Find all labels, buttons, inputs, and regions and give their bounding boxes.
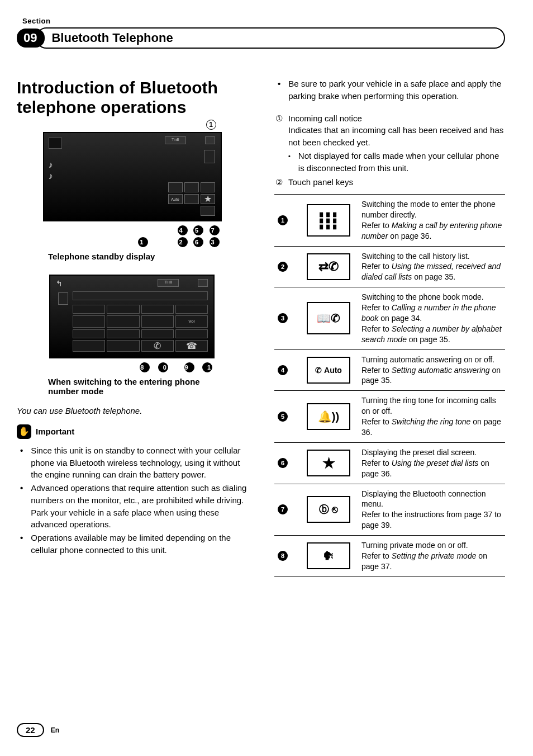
callout-bk-2: 2	[178, 237, 188, 247]
row-number-badge: 3	[278, 313, 288, 323]
main-heading: Introduction of Bluetooth telephone oper…	[17, 78, 248, 117]
row-number-badge: 4	[278, 365, 288, 375]
row-icon-cell: 📖✆	[298, 287, 359, 349]
touch-keys-table: 1∎∎∎∎∎∎∎∎∎Switching the mode to enter th…	[274, 194, 505, 577]
auto-icon: ✆Auto	[307, 357, 350, 384]
row-description: Turning the ring tone for incoming calls…	[359, 391, 505, 442]
callout-bk-9: 9	[184, 362, 194, 372]
private-icon: 🗣	[307, 542, 350, 569]
circled-title: Touch panel keys	[288, 176, 353, 188]
row-number-cell: 4	[274, 350, 298, 391]
row-number-cell: 5	[274, 391, 298, 442]
row-number-cell: 8	[274, 536, 298, 577]
star-icon: ★	[307, 450, 350, 476]
table-row: 8🗣Turning private mode on or off.Refer t…	[274, 535, 505, 577]
row-number-cell: 3	[274, 287, 298, 349]
bullet-item: Operations available may be limited depe…	[17, 532, 248, 556]
chapter-title: Bluetooth Telephone	[36, 27, 505, 49]
right-top-bullet: Be sure to park your vehicle in a safe p…	[274, 78, 505, 102]
row-number-badge: 7	[278, 504, 288, 514]
important-icon: ✋	[17, 424, 31, 439]
row-description: Turning private mode on or off.Refer to …	[359, 536, 505, 577]
row-icon-cell: 🗣	[298, 536, 359, 577]
row-description: Displaying the Bluetooth connection menu…	[359, 484, 505, 536]
important-bullets: Since this unit is on standby to connect…	[17, 445, 248, 556]
btmenu-icon: ⓑ ⎋	[307, 496, 350, 523]
table-row: 2⇄✆Switching to the call history list.Re…	[274, 246, 505, 287]
bullet-item: Not displayed for calls made when your c…	[288, 150, 505, 174]
row-description: Switching the mode to enter the phone nu…	[359, 195, 505, 246]
callout-bk-11: 11	[202, 362, 212, 372]
circled-marker-1: ①	[275, 112, 283, 176]
row-icon-cell: ∎∎∎∎∎∎∎∎∎	[298, 195, 359, 246]
table-row: 7ⓑ ⎋Displaying the Bluetooth connection …	[274, 484, 505, 536]
circled-marker-2: ②	[275, 176, 283, 188]
row-description: Displaying the preset dial screen.Refer …	[359, 443, 505, 484]
row-description: Switching to the call history list.Refer…	[359, 247, 505, 287]
chapter-header: 09 Bluetooth Telephone	[17, 27, 505, 49]
screen-mock-2: ↰ Tııll Vol ✆☎	[49, 275, 215, 358]
row-description: Turning automatic answering on or off.Re…	[359, 350, 505, 391]
ringtone-icon: 🔔))	[307, 403, 350, 430]
keypad-icon: ∎∎∎∎∎∎∎∎∎	[307, 204, 350, 237]
right-column: Be sure to park your vehicle in a safe p…	[274, 78, 505, 577]
row-number-badge: 6	[278, 458, 288, 468]
row-icon-cell: 🔔))	[298, 391, 359, 442]
row-number-badge: 1	[278, 215, 288, 225]
screen-mock-1: ♪ ♪ Tııll Auto	[43, 132, 222, 221]
table-row: 6★Displaying the preset dial screen.Refe…	[274, 442, 505, 484]
row-number-badge: 2	[278, 262, 288, 272]
callout-bk-4: 4	[178, 225, 188, 235]
row-number-badge: 5	[278, 412, 288, 422]
callout-bk-8: 8	[140, 362, 150, 372]
bullet-item: Be sure to park your vehicle in a safe p…	[274, 78, 505, 102]
callout-bk-1: 1	[138, 237, 148, 247]
history-icon: ⇄✆	[307, 253, 350, 280]
row-number-cell: 1	[274, 195, 298, 246]
section-number: 09	[17, 29, 45, 48]
row-number-badge: 8	[278, 551, 288, 561]
section-label: Section	[22, 17, 505, 25]
callout-bk-6: 6	[193, 237, 203, 247]
italic-note: You can use Bluetooth telephone.	[17, 406, 248, 415]
important-label: Important	[36, 427, 74, 436]
row-number-cell: 6	[274, 443, 298, 484]
bullet-item: Since this unit is on standby to connect…	[17, 445, 248, 481]
figure2-caption: When switching to the entering phone num…	[48, 377, 216, 396]
callout-bk-7: 7	[210, 225, 220, 235]
callout-1: 1	[206, 120, 216, 130]
bullet-item: Advanced operations that require attenti…	[17, 482, 248, 531]
row-icon-cell: ★	[298, 443, 359, 484]
figure-standby-display: 1 ♪ ♪ Tııll	[37, 132, 227, 247]
row-icon-cell: ⓑ ⎋	[298, 484, 359, 536]
figure1-caption: Telephone standby display	[48, 252, 248, 261]
figure2-callouts: 8 10 9 11	[48, 362, 216, 372]
circled-item-2: ② Touch panel keys	[274, 176, 505, 188]
callout-bk-3: 3	[210, 237, 220, 247]
left-column: Introduction of Bluetooth telephone oper…	[17, 78, 248, 577]
page-number: 22	[17, 723, 44, 737]
figure-entering-number: ↰ Tııll Vol ✆☎ 8 10	[48, 275, 216, 372]
table-row: 4✆AutoTurning automatic answering on or …	[274, 349, 505, 391]
callout-bk-10: 10	[158, 362, 168, 372]
circled-title: Incoming call notice	[288, 112, 505, 125]
row-number-cell: 7	[274, 484, 298, 536]
row-number-cell: 2	[274, 247, 298, 287]
row-icon-cell: ⇄✆	[298, 247, 359, 287]
phonebook-icon: 📖✆	[307, 302, 350, 334]
row-icon-cell: ✆Auto	[298, 350, 359, 391]
figure1-callouts: 4 5 7 1 2 6 3	[37, 225, 227, 247]
circled-item-1: ① Incoming call notice Indicates that an…	[274, 112, 505, 176]
callout-bk-5: 5	[193, 225, 203, 235]
circled-body: Indicates that an incoming call has been…	[288, 124, 505, 149]
row-description: Switching to the phone book mode.Refer t…	[359, 287, 505, 349]
table-row: 1∎∎∎∎∎∎∎∎∎Switching the mode to enter th…	[274, 195, 505, 246]
language-code: En	[51, 726, 59, 734]
table-row: 3📖✆Switching to the phone book mode.Refe…	[274, 287, 505, 349]
table-row: 5🔔))Turning the ring tone for incoming c…	[274, 390, 505, 442]
page-footer: 22 En	[17, 723, 59, 737]
